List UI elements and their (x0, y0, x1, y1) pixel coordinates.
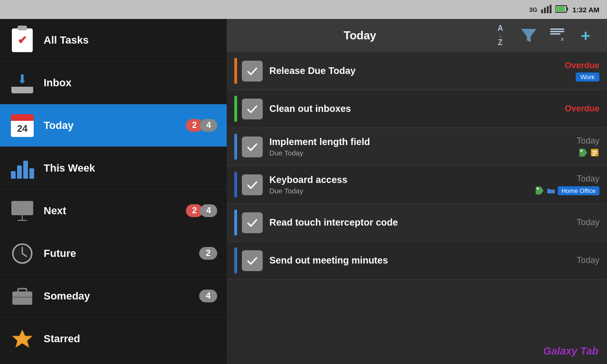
sidebar-item-starred[interactable]: Starred (0, 318, 227, 360)
task-right: Today Home Office (535, 174, 599, 195)
someday-badge-gray: 4 (199, 290, 217, 302)
folder-icon (546, 186, 556, 195)
task-item[interactable]: Implement length field Due Today Today (227, 128, 607, 166)
sort-button[interactable]: A ↓ Z (488, 24, 512, 47)
task-right: Today (543, 218, 599, 228)
svg-rect-3 (550, 5, 552, 13)
sidebar-item-someday[interactable]: Someday 4 (0, 275, 227, 318)
task-content: Read touch interceptor code (269, 217, 543, 228)
sidebar-label-all-tasks: All Tasks (44, 34, 217, 46)
task-bar (234, 96, 237, 122)
svg-rect-10 (12, 291, 32, 305)
sidebar-label-next: Next (44, 205, 186, 217)
content-title: Today (236, 29, 484, 42)
task-title: Release Due Today (269, 65, 543, 76)
svg-rect-11 (18, 289, 27, 292)
future-badges: 2 (199, 247, 217, 260)
sidebar: ✔ All Tasks ⬇ Inbox 24 Today (0, 19, 227, 364)
clipboard-icon: ✔ (9, 27, 35, 53)
today-badge-gray: 4 (200, 119, 217, 132)
task-title: Read touch interceptor code (269, 217, 543, 228)
task-subtitle: Due Today (269, 149, 543, 157)
task-bar (234, 134, 237, 160)
sidebar-item-inbox[interactable]: ⬇ Inbox (0, 62, 227, 104)
clear-button[interactable]: × (545, 24, 569, 47)
sort-az-icon: A ↓ Z (497, 24, 503, 46)
main-layout: ✔ All Tasks ⬇ Inbox 24 Today (0, 19, 607, 364)
task-list: Release Due Today Overdue Work Clean out… (227, 52, 607, 364)
chart-icon (9, 155, 35, 181)
svg-rect-0 (541, 9, 543, 13)
task-item[interactable]: Read touch interceptor code Today (227, 204, 607, 242)
add-icon: + (581, 27, 590, 45)
task-status: Today (577, 218, 599, 228)
svg-marker-13 (12, 330, 32, 347)
task-right: Overdue Work (543, 61, 599, 82)
task-checkbox[interactable] (242, 61, 263, 82)
someday-badges: 4 (199, 290, 217, 302)
task-content: Clean out inboxes (269, 103, 543, 114)
task-title: Send out meeting minutes (269, 255, 543, 266)
svg-rect-2 (547, 6, 549, 13)
task-item[interactable]: Send out meeting minutes Today (227, 242, 607, 280)
task-bar (234, 209, 237, 236)
status-bar: 3G 1:32 AM (0, 0, 607, 19)
task-status: Overdue (565, 61, 599, 71)
task-title: Clean out inboxes (269, 103, 543, 114)
sidebar-label-today: Today (44, 119, 186, 132)
task-item[interactable]: Clean out inboxes Overdue (227, 90, 607, 128)
task-checkbox[interactable] (242, 250, 263, 271)
sidebar-label-future: Future (44, 247, 199, 260)
clear-list-icon: × (550, 28, 564, 43)
task-tags: Home Office (535, 186, 599, 195)
signal-icon (541, 5, 552, 15)
task-status: Today (577, 255, 599, 265)
battery-icon (555, 5, 569, 14)
sidebar-label-inbox: Inbox (44, 77, 217, 89)
star-icon (9, 326, 35, 352)
sidebar-item-all-tasks[interactable]: ✔ All Tasks (0, 19, 227, 62)
svg-point-22 (537, 188, 539, 190)
task-title: Keyboard access (269, 174, 535, 185)
svg-marker-21 (536, 187, 543, 194)
sidebar-label-someday: Someday (44, 290, 199, 302)
svg-rect-1 (544, 8, 546, 13)
svg-marker-15 (579, 149, 587, 156)
add-button[interactable]: + (574, 24, 598, 47)
sidebar-item-today[interactable]: 24 Today 2 4 (0, 104, 227, 147)
svg-point-16 (580, 150, 582, 152)
content-area: Today A ↓ Z (227, 19, 607, 364)
task-checkbox[interactable] (242, 174, 263, 195)
tag-icon (579, 148, 588, 157)
task-status: Today (577, 136, 599, 146)
next-badge-gray: 4 (200, 204, 217, 217)
future-badge-gray: 2 (199, 247, 217, 260)
briefcase-icon (9, 283, 35, 309)
sidebar-label-this-week: This Week (44, 162, 217, 174)
svg-marker-14 (521, 29, 536, 42)
clock-icon (9, 241, 35, 266)
sidebar-item-this-week[interactable]: This Week (0, 147, 227, 190)
task-status: Today (577, 174, 599, 184)
sidebar-label-starred: Starred (44, 333, 217, 345)
task-bar (234, 247, 237, 273)
sidebar-item-future[interactable]: Future 2 (0, 232, 227, 275)
task-item[interactable]: Keyboard access Due Today Today Home Off… (227, 166, 607, 204)
task-item[interactable]: Release Due Today Overdue Work (227, 52, 607, 90)
task-checkbox[interactable] (242, 212, 263, 233)
note-icon (590, 148, 599, 157)
task-right: Today (543, 255, 599, 265)
presentation-icon (9, 198, 35, 224)
task-checkbox[interactable] (242, 99, 263, 119)
galaxy-tab-watermark: Galaxy Tab (543, 345, 598, 357)
task-right: Overdue (543, 104, 599, 114)
task-status: Overdue (565, 104, 599, 114)
task-right: Today (543, 136, 599, 157)
sidebar-item-next[interactable]: Next 2 4 (0, 190, 227, 232)
filter-button[interactable] (517, 24, 541, 47)
calendar-icon: 24 (9, 113, 35, 138)
content-header: Today A ↓ Z (227, 19, 607, 52)
task-content: Release Due Today (269, 65, 543, 76)
task-checkbox[interactable] (242, 136, 263, 157)
filter-icon (520, 27, 537, 44)
